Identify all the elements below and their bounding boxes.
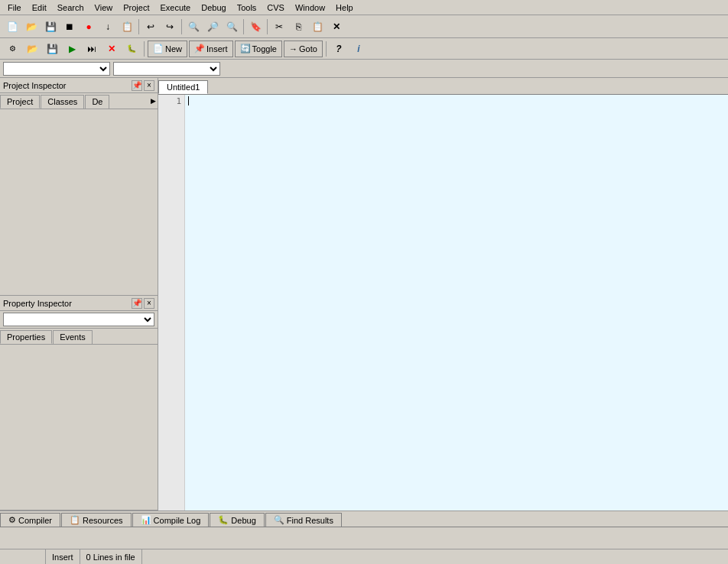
new-file-button[interactable]: 📄: [3, 18, 21, 35]
menu-project[interactable]: Project: [119, 2, 154, 13]
line-numbers: 1: [158, 95, 185, 511]
cut-button[interactable]: ✂: [270, 18, 288, 35]
menu-window[interactable]: Window: [291, 2, 330, 13]
menu-edit[interactable]: Edit: [28, 2, 51, 13]
new-btn[interactable]: 📄 New: [148, 41, 187, 57]
line-number-1: 1: [161, 96, 181, 107]
editor-tab-bar: Untitled1: [158, 78, 728, 95]
resources-icon: 📋: [70, 515, 80, 525]
bottom-tab-debug[interactable]: 🐛 Debug: [210, 513, 264, 527]
dropdown-bar: [0, 60, 728, 78]
menu-bar: File Edit Search View Project Execute De…: [0, 0, 728, 15]
copy-button[interactable]: ⎘: [289, 18, 307, 35]
property-inspector-controls: 📌 ×: [132, 298, 154, 309]
toolbar-secondary: ⚙ 📂 💾 ▶ ⏭ ✕ 🐛 📄 New 📌 Insert 🔄 Toggle → …: [0, 38, 728, 60]
property-inspector-panel: Property Inspector 📌 × Properties Events: [0, 296, 158, 511]
separator6: [326, 41, 327, 57]
compiler-icon: ⚙: [8, 515, 16, 525]
save-button[interactable]: 💾: [41, 18, 60, 35]
play-button[interactable]: ▶: [63, 41, 81, 57]
property-inspector-close[interactable]: ×: [144, 298, 154, 309]
stop2-button[interactable]: ✕: [102, 41, 121, 57]
search-button2[interactable]: 🔎: [203, 18, 222, 35]
goto-btn[interactable]: → Goto: [284, 41, 323, 57]
bottom-panel: ⚙ Compiler 📋 Resources 📊 Compile Log 🐛 D…: [0, 511, 728, 549]
editor-tab-untitled1[interactable]: Untitled1: [158, 80, 208, 94]
open-button[interactable]: 📂: [22, 18, 41, 35]
bottom-tab-resources[interactable]: 📋 Resources: [61, 513, 132, 527]
project-inspector-title: Project Inspector: [3, 81, 67, 90]
stop-button[interactable]: ⏹: [60, 18, 79, 35]
property-dropdown-row: [0, 311, 158, 329]
paste-button[interactable]: 📋: [308, 18, 327, 35]
toggle-btn[interactable]: 🔄 Toggle: [235, 41, 282, 57]
property-inspector-tabs: Properties Events: [0, 329, 158, 345]
undo-button[interactable]: ↩: [141, 18, 160, 35]
status-empty: [0, 549, 46, 564]
status-lines: 0 Lines in file: [80, 549, 142, 564]
project-inspector-content: [0, 109, 158, 295]
tab-classes[interactable]: Classes: [41, 95, 84, 109]
editor-content[interactable]: [185, 95, 728, 511]
redo-button[interactable]: ↪: [161, 18, 179, 35]
left-panel: Project Inspector 📌 × Project Classes De…: [0, 78, 158, 511]
menu-file[interactable]: File: [3, 2, 26, 13]
editor-area: 1: [158, 95, 728, 511]
delete-button[interactable]: ✕: [327, 18, 346, 35]
open2-button[interactable]: 📂: [23, 41, 41, 57]
separator1: [138, 19, 139, 34]
tab-project[interactable]: Project: [0, 95, 40, 109]
menu-search[interactable]: Search: [53, 2, 89, 13]
step-button[interactable]: ↓: [99, 18, 117, 35]
insert-btn[interactable]: 📌 Insert: [189, 41, 233, 57]
menu-help[interactable]: Help: [331, 2, 358, 13]
property-inspector-content: [0, 345, 158, 510]
menu-debug[interactable]: Debug: [197, 2, 230, 13]
editor-cursor: [188, 96, 189, 105]
tab-properties[interactable]: Properties: [0, 330, 52, 344]
property-inspector-pin[interactable]: 📌: [132, 298, 142, 309]
project-inspector-pin[interactable]: 📌: [132, 80, 142, 91]
help-button[interactable]: ?: [330, 41, 348, 57]
bottom-content: [0, 527, 728, 549]
tab-de[interactable]: De: [85, 95, 109, 109]
info-button[interactable]: i: [349, 41, 368, 57]
bottom-tab-find-results[interactable]: 🔍 Find Results: [265, 513, 342, 527]
debug-icon: 🐛: [218, 515, 229, 525]
project-inspector-header: Project Inspector 📌 ×: [0, 78, 158, 93]
main-area: Project Inspector 📌 × Project Classes De…: [0, 78, 728, 511]
step2-button[interactable]: ⏭: [83, 41, 101, 57]
compile-log-icon: 📊: [141, 515, 151, 525]
debug-mode-button[interactable]: 🐛: [122, 41, 141, 57]
separator2: [181, 19, 182, 34]
menu-cvs[interactable]: CVS: [262, 2, 289, 13]
tab-events[interactable]: Events: [53, 330, 93, 344]
project-inspector-controls: 📌 ×: [132, 80, 154, 91]
bottom-tab-compiler[interactable]: ⚙ Compiler: [0, 513, 60, 527]
content-area: Untitled1 1: [158, 78, 728, 511]
menu-execute[interactable]: Execute: [155, 2, 195, 13]
property-inspector-header: Property Inspector 📌 ×: [0, 296, 158, 311]
search-button1[interactable]: 🔍: [184, 18, 203, 35]
left-dropdown[interactable]: [3, 62, 110, 76]
compile-icon-button[interactable]: ⚙: [3, 41, 21, 57]
bottom-tab-compile-log[interactable]: 📊 Compile Log: [132, 513, 210, 527]
right-dropdown[interactable]: [113, 62, 220, 76]
project-inspector-close[interactable]: ×: [144, 80, 154, 91]
project-inspector-tabs: Project Classes De ▶: [0, 93, 158, 109]
status-bar: Insert 0 Lines in file: [0, 549, 728, 564]
separator5: [144, 41, 145, 57]
property-object-dropdown[interactable]: [3, 313, 154, 326]
search-button3[interactable]: 🔍: [223, 18, 241, 35]
find-results-icon: 🔍: [274, 515, 284, 525]
menu-tools[interactable]: Tools: [232, 2, 262, 13]
menu-view[interactable]: View: [90, 2, 118, 13]
tab-scroll-right[interactable]: ▶: [151, 93, 158, 109]
status-mode: Insert: [46, 549, 80, 564]
project-inspector-panel: Project Inspector 📌 × Project Classes De…: [0, 78, 158, 296]
bookmark-button[interactable]: 🔖: [246, 18, 265, 35]
breakpoint-button[interactable]: ●: [80, 18, 98, 35]
bottom-tab-bar: ⚙ Compiler 📋 Resources 📊 Compile Log 🐛 D…: [0, 511, 728, 527]
clipboard-button[interactable]: 📋: [118, 18, 136, 35]
save2-button[interactable]: 💾: [43, 41, 61, 57]
